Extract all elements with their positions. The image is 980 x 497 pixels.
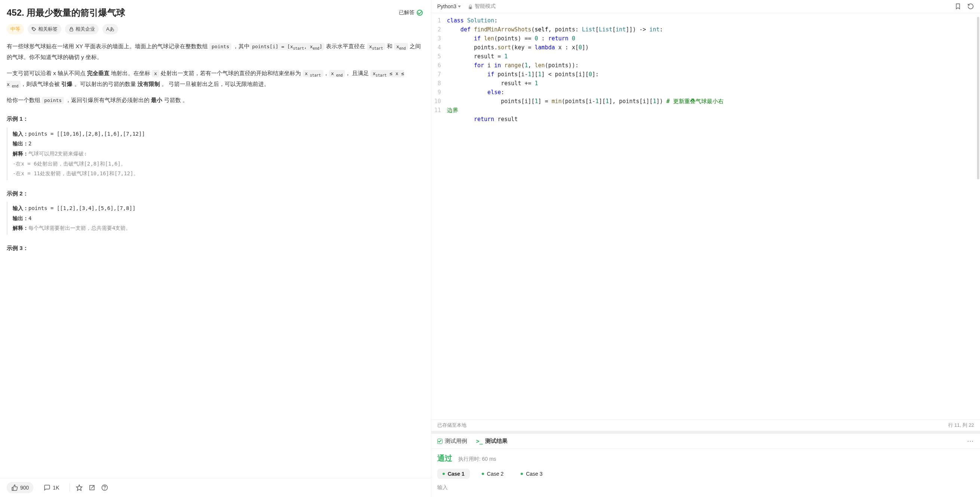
company-label: 相关企业 — [75, 26, 95, 32]
code-content[interactable]: class Solution: def findMinArrowShots(se… — [445, 13, 727, 419]
check-circle-icon — [417, 10, 423, 16]
paragraph-3: 给你一个数组 points ，返回引爆所有气球所必须射出的 最小 弓箭数 。 — [7, 95, 423, 106]
tag-icon — [32, 27, 37, 32]
runtime-label: 执行用时: 60 ms — [458, 456, 496, 463]
console-panel: 测试用例 >_ 测试结果 ··· 通过 执行用时: 60 ms Case 1 C… — [431, 431, 980, 497]
meta-pills: 中等 相关标签 相关企业 Aあ — [7, 24, 423, 34]
tab-result[interactable]: >_ 测试结果 — [476, 438, 508, 445]
tags-pill[interactable]: 相关标签 — [28, 24, 61, 34]
smart-mode[interactable]: 智能模式 — [468, 3, 496, 10]
scrollbar[interactable] — [977, 17, 979, 179]
code-editor[interactable]: 1234567891011 class Solution: def findMi… — [431, 13, 980, 419]
line-gutter: 1234567891011 — [431, 13, 445, 419]
lock-icon — [468, 3, 473, 10]
translate-pill[interactable]: Aあ — [102, 24, 118, 34]
solved-status: 已解答 — [399, 10, 423, 16]
translate-icon: Aあ — [106, 26, 115, 32]
like-count: 900 — [20, 485, 29, 491]
console-body: 通过 执行用时: 60 ms Case 1 Case 2 Case 3 输入 — [431, 449, 980, 497]
difficulty-pill[interactable]: 中等 — [7, 24, 24, 34]
svg-rect-1 — [70, 29, 73, 31]
example-2-title: 示例 2： — [7, 188, 423, 199]
share-icon[interactable] — [89, 484, 95, 491]
check-square-icon — [437, 439, 442, 444]
lock-icon — [69, 27, 74, 32]
status-dot-icon — [442, 473, 445, 475]
problem-title: 452. 用最少数量的箭引爆气球 — [7, 7, 125, 19]
example-2: 输入：points = [[1,2],[3,4],[5,6],[7,8]] 输出… — [7, 202, 423, 235]
comment-button[interactable]: 1K — [39, 482, 64, 493]
star-icon[interactable] — [76, 484, 83, 491]
problem-pane: 452. 用最少数量的箭引爆气球 已解答 中等 相关标签 相关企业 Aあ 有一些… — [0, 0, 431, 497]
example-3-title: 示例 3： — [7, 243, 423, 254]
tab-testcase[interactable]: 测试用例 — [437, 438, 467, 445]
solved-label: 已解答 — [399, 10, 415, 16]
paragraph-2: 一支弓箭可以沿着 x 轴从不同点 完全垂直 地射出。在坐标 x 处射出一支箭，若… — [7, 68, 423, 90]
case-tab-3[interactable]: Case 3 — [515, 468, 547, 479]
divider — [70, 484, 70, 492]
status-dot-icon — [521, 473, 523, 475]
case-tab-2[interactable]: Case 2 — [477, 468, 509, 479]
case-tabs: Case 1 Case 2 Case 3 — [437, 468, 974, 479]
console-tabs: 测试用例 >_ 测试结果 ··· — [431, 434, 980, 449]
title-row: 452. 用最少数量的箭引爆气球 已解答 — [7, 7, 423, 19]
result-header: 通过 执行用时: 60 ms — [437, 453, 974, 464]
editor-status-bar: 已存储至本地 行 11, 列 22 — [431, 419, 980, 431]
input-label: 输入 — [437, 484, 974, 491]
chevron-down-icon — [458, 6, 461, 8]
comment-icon — [44, 484, 51, 491]
problem-scroll[interactable]: 452. 用最少数量的箭引爆气球 已解答 中等 相关标签 相关企业 Aあ 有一些… — [0, 0, 431, 478]
language-label: Python3 — [437, 3, 457, 10]
status-dot-icon — [482, 473, 484, 475]
terminal-icon: >_ — [476, 438, 483, 445]
example-1: 输入：points = [[10,16],[2,8],[1,6],[7,12]]… — [7, 127, 423, 180]
case-tab-1[interactable]: Case 1 — [437, 468, 470, 479]
svg-point-4 — [105, 489, 105, 489]
editor-toolbar: Python3 智能模式 — [431, 0, 980, 13]
svg-marker-2 — [76, 485, 82, 491]
problem-body: 有一些球形气球贴在一堵用 XY 平面表示的墙面上。墙面上的气球记录在整数数组 p… — [7, 41, 423, 254]
example-1-title: 示例 1： — [7, 114, 423, 124]
problem-footer: 900 1K — [0, 478, 431, 497]
passed-label: 通过 — [437, 453, 452, 464]
save-status: 已存储至本地 — [437, 422, 466, 429]
bookmark-icon[interactable] — [955, 3, 961, 10]
thumbs-up-icon — [11, 484, 18, 491]
paragraph-1: 有一些球形气球贴在一堵用 XY 平面表示的墙面上。墙面上的气球记录在整数数组 p… — [7, 41, 423, 63]
reset-icon[interactable] — [967, 3, 974, 10]
tags-label: 相关标签 — [38, 26, 57, 32]
more-icon[interactable]: ··· — [967, 438, 974, 444]
svg-point-0 — [33, 28, 33, 29]
like-button[interactable]: 900 — [7, 482, 33, 493]
cursor-pos: 行 11, 列 22 — [948, 422, 974, 429]
editor-pane: Python3 智能模式 1234567891011 class Solutio… — [431, 0, 980, 497]
mode-label: 智能模式 — [475, 3, 496, 10]
help-icon[interactable] — [101, 484, 108, 491]
language-select[interactable]: Python3 — [437, 3, 461, 10]
comment-count: 1K — [53, 485, 59, 491]
company-pill[interactable]: 相关企业 — [65, 24, 99, 34]
